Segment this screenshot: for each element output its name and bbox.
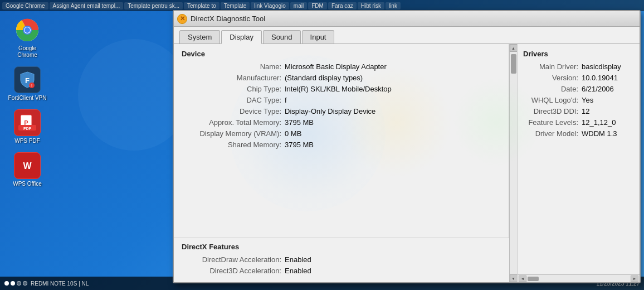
driver-value-version: 10.0.19041: [582, 74, 618, 82]
taskbar-item-4[interactable]: Template: [221, 2, 250, 9]
directx-dialog: ✕ DirectX Diagnostic Tool System Display…: [173, 10, 641, 283]
driver-row-feature-levels: Feature Levels: 12_1,12_0: [523, 118, 634, 127]
dialog-titlebar: ✕ DirectX Diagnostic Tool: [174, 11, 640, 27]
wps-office-icon: W: [14, 152, 41, 179]
tab-sound[interactable]: Sound: [263, 30, 301, 44]
taskbar-item-5[interactable]: link Viagogio: [251, 2, 289, 9]
directx-features-title: DirectX Features: [182, 243, 501, 251]
value-manufacturer: (Standard display types): [285, 74, 363, 82]
label-vram: Display Memory (VRAM):: [182, 129, 285, 138]
driver-value-whql: Yes: [582, 96, 593, 104]
tab-input[interactable]: Input: [302, 30, 335, 44]
value-device-type: Display-Only Display Device: [285, 107, 375, 115]
info-row-vram: Display Memory (VRAM): 0 MB: [182, 129, 501, 138]
svg-text:PDF: PDF: [23, 127, 32, 130]
wps-office-icon-label: WPS Office: [13, 181, 42, 187]
svg-text:F: F: [25, 76, 30, 85]
taskbar-item-9[interactable]: Hibt risk: [358, 2, 384, 9]
desktop-icon-chrome[interactable]: Google Chrome: [8, 17, 47, 59]
driver-value-date: 6/21/2006: [582, 85, 614, 93]
device-section-title: Device: [182, 50, 501, 58]
value-directdraw: Enabled: [285, 255, 311, 264]
value-shared-memory: 3795 MB: [285, 141, 314, 149]
taskbar-item-10[interactable]: link: [386, 2, 401, 9]
dot-4: [23, 281, 27, 286]
value-vram: 0 MB: [285, 129, 301, 138]
drivers-panel: Drivers Main Driver: basicdisplay Versio…: [517, 44, 640, 282]
dialog-close-button[interactable]: ✕: [177, 14, 187, 24]
label-direct3d: Direct3D Acceleration:: [182, 267, 285, 275]
tab-display[interactable]: Display: [221, 30, 262, 44]
desktop-icon-forticlient[interactable]: F ! FortiClient VPN: [8, 66, 47, 102]
dot-indicator: [4, 281, 27, 286]
label-chip: Chip Type:: [182, 85, 285, 93]
wps-pdf-icon-label: WPS PDF: [14, 138, 40, 144]
info-row-directdraw: DirectDraw Acceleration: Enabled: [182, 255, 501, 264]
dot-3: [17, 281, 21, 286]
driver-row-d3d-ddi: Direct3D DDI: 12: [523, 107, 634, 115]
taskbar-item-8[interactable]: Fara caz: [328, 2, 357, 9]
vertical-scrollbar[interactable]: ▲ ▼: [509, 44, 517, 282]
value-chip: Intel(R) SKL/KBL Mobile/Desktop: [285, 85, 392, 93]
driver-label-d3d-ddi: Direct3D DDI:: [523, 107, 582, 115]
driver-label-whql: WHQL Logo'd:: [523, 96, 582, 104]
value-dac: f: [285, 96, 287, 104]
driver-label-version: Version:: [523, 74, 582, 82]
svg-point-5: [25, 27, 30, 33]
horizontal-scrollbar[interactable]: ◄ ►: [518, 274, 640, 282]
driver-value-driver-model: WDDM 1.3: [582, 129, 617, 138]
driver-label-date: Date:: [523, 85, 582, 93]
info-row-manufacturer: Manufacturer: (Standard display types): [182, 74, 501, 82]
taskbar-bottom-left: REDMI NOTE 10S | NL: [4, 281, 89, 287]
svg-text:!: !: [31, 84, 32, 88]
driver-row-driver-model: Driver Model: WDDM 1.3: [523, 129, 634, 138]
taskbar-item-chrome[interactable]: Google Chrome: [2, 2, 48, 9]
info-row-direct3d: Direct3D Acceleration: Enabled: [182, 267, 501, 275]
device-name: REDMI NOTE 10S | NL: [31, 281, 89, 287]
desktop-icon-wps-office[interactable]: W WPS Office: [8, 152, 47, 187]
directx-features-panel: DirectX Features DirectDraw Acceleration…: [174, 238, 509, 282]
scroll-right-button[interactable]: ►: [631, 276, 638, 282]
label-shared-memory: Shared Memory:: [182, 141, 285, 149]
taskbar-item-1[interactable]: Assign Agent email templ...: [50, 2, 124, 9]
taskbar-item-3[interactable]: Template to: [184, 2, 219, 9]
value-direct3d: Enabled: [285, 267, 311, 275]
driver-row-date: Date: 6/21/2006: [523, 85, 634, 93]
label-dac: DAC Type:: [182, 96, 285, 104]
label-manufacturer: Manufacturer:: [182, 74, 285, 82]
driver-label-driver-model: Driver Model:: [523, 129, 582, 138]
scroll-up-button[interactable]: ▲: [510, 44, 518, 52]
taskbar-item-7[interactable]: FDM: [308, 2, 327, 9]
chrome-icon: [14, 17, 41, 44]
info-row-total-memory: Approx. Total Memory: 3795 MB: [182, 118, 501, 127]
driver-row-main: Main Driver: basicdisplay: [523, 62, 634, 71]
driver-value-feature-levels: 12_1,12_0: [582, 118, 616, 127]
scroll-down-button[interactable]: ▼: [510, 274, 518, 282]
device-panel: Device Name: Microsoft Basic Display Ada…: [174, 44, 509, 238]
desktop-icon-wps-pdf[interactable]: P PDF WPS PDF: [8, 109, 47, 144]
dot-1: [4, 281, 9, 286]
taskbar-top: Google Chrome Assign Agent email templ..…: [0, 0, 644, 11]
taskbar-top-items: Google Chrome Assign Agent email templ..…: [0, 2, 403, 9]
taskbar-item-6[interactable]: mail: [290, 2, 307, 9]
info-row-name: Name: Microsoft Basic Display Adapter: [182, 62, 501, 71]
label-directdraw: DirectDraw Acceleration:: [182, 255, 285, 264]
info-row-shared-memory: Shared Memory: 3795 MB: [182, 141, 501, 149]
label-name: Name:: [182, 62, 285, 71]
driver-value-d3d-ddi: 12: [582, 107, 589, 115]
hscroll-thumb: [528, 277, 539, 281]
desktop-icons: Google Chrome F ! FortiClient VPN P PDF: [8, 17, 47, 187]
info-row-device-type: Device Type: Display-Only Display Device: [182, 107, 501, 115]
tab-system[interactable]: System: [179, 30, 220, 44]
driver-row-version: Version: 10.0.19041: [523, 74, 634, 82]
svg-text:W: W: [23, 161, 32, 171]
forti-icon-label: FortiClient VPN: [8, 95, 47, 102]
chrome-icon-label: Google Chrome: [8, 45, 47, 59]
dot-2: [11, 281, 15, 286]
info-row-chip: Chip Type: Intel(R) SKL/KBL Mobile/Deskt…: [182, 85, 501, 93]
label-device-type: Device Type:: [182, 107, 285, 115]
scroll-left-button[interactable]: ◄: [519, 276, 526, 282]
info-row-dac: DAC Type: f: [182, 96, 501, 104]
taskbar-item-2[interactable]: Template pentru sk...: [124, 2, 183, 9]
value-total-memory: 3795 MB: [285, 118, 314, 127]
